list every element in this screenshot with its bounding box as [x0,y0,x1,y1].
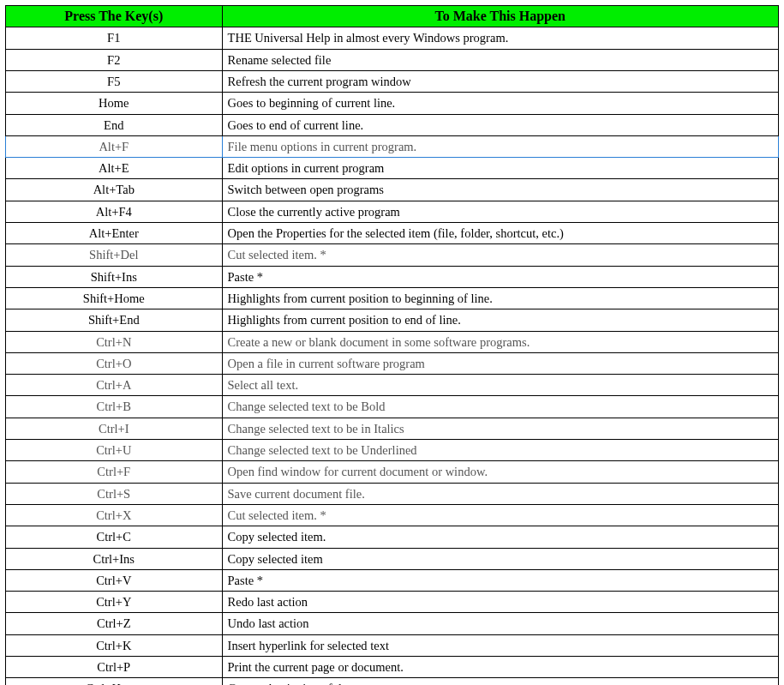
desc-cell: Cut selected item. * [222,504,778,526]
desc-cell: Paste * [222,266,778,287]
table-row: Ctrl+KInsert hyperlink for selected text [6,634,779,656]
key-cell: Ctrl+Z [6,613,223,634]
table-row: F1THE Universal Help in almost every Win… [6,27,779,49]
table-row: F2Rename selected file [6,49,779,70]
desc-cell: Highlights from current position to end … [222,309,778,331]
desc-cell: Change selected text to be in Italics [222,418,778,439]
desc-cell: Copy selected item [222,548,778,569]
desc-cell: Copy selected item. [222,526,778,548]
key-cell: Ctrl+Y [6,592,223,613]
desc-cell: Create a new or blank document in some s… [222,331,778,352]
key-cell: Ctrl+V [6,569,223,591]
key-cell: Shift+End [6,309,223,331]
desc-cell: Open the Properties for the selected ite… [222,223,778,244]
key-cell: Shift+Ins [6,266,223,287]
desc-cell: Change selected text to be Bold [222,396,778,418]
desc-cell: Change selected text to be Underlined [222,440,778,461]
table-row: Ctrl+UChange selected text to be Underli… [6,440,779,461]
desc-cell: Paste * [222,569,778,591]
table-row: Ctrl+OOpen a file in current software pr… [6,352,779,374]
table-row: EndGoes to end of current line. [6,114,779,135]
desc-cell: THE Universal Help in almost every Windo… [222,27,778,49]
desc-cell: Goes to end of current line. [222,114,778,135]
key-cell: F2 [6,49,223,70]
desc-cell: Goes to beginning of document. [222,678,778,685]
desc-cell: Select all text. [222,375,778,396]
table-row: Alt+FFile menu options in current progra… [6,135,779,157]
table-row: Shift+InsPaste * [6,266,779,287]
table-row: Shift+DelCut selected item. * [6,244,779,266]
key-cell: Ctrl+I [6,418,223,439]
key-cell: Ctrl+X [6,504,223,526]
table-row: Shift+HomeHighlights from current positi… [6,287,779,309]
desc-cell: Undo last action [222,613,778,634]
table-row: Shift+EndHighlights from current positio… [6,309,779,331]
key-cell: Alt+F4 [6,201,223,222]
table-row: Alt+F4Close the currently active program [6,201,779,222]
desc-cell: Goes to beginning of current line. [222,93,778,114]
desc-cell: Refresh the current program window [222,70,778,92]
table-row: Ctrl+FOpen find window for current docum… [6,461,779,483]
desc-cell: Edit options in current program [222,158,778,179]
key-cell: Ctrl+U [6,440,223,461]
table-row: F5Refresh the current program window [6,70,779,92]
table-row: Ctrl+XCut selected item. * [6,504,779,526]
shortcut-table: Press The Key(s) To Make This Happen F1T… [5,5,779,685]
table-row: Ctrl+YRedo last action [6,592,779,613]
desc-cell: Cut selected item. * [222,244,778,266]
key-cell: Ctrl+Home [6,678,223,685]
table-header-row: Press The Key(s) To Make This Happen [6,6,779,27]
table-row: Ctrl+BChange selected text to be Bold [6,396,779,418]
table-row: HomeGoes to beginning of current line. [6,93,779,114]
desc-cell: File menu options in current program. [222,135,778,157]
desc-cell: Close the currently active program [222,201,778,222]
header-desc: To Make This Happen [222,6,778,27]
table-row: Ctrl+SSave current document file. [6,483,779,504]
key-cell: Ctrl+A [6,375,223,396]
desc-cell: Open a file in current software program [222,352,778,374]
table-row: Ctrl+InsCopy selected item [6,548,779,569]
table-row: Ctrl+ZUndo last action [6,613,779,634]
header-key: Press The Key(s) [6,6,223,27]
table-row: Alt+TabSwitch between open programs [6,179,779,201]
table-row: Ctrl+VPaste * [6,569,779,591]
key-cell: Alt+E [6,158,223,179]
desc-cell: Redo last action [222,592,778,613]
table-row: Ctrl+PPrint the current page or document… [6,657,779,678]
desc-cell: Insert hyperlink for selected text [222,634,778,656]
desc-cell: Open find window for current document or… [222,461,778,483]
key-cell: Ctrl+N [6,331,223,352]
desc-cell: Print the current page or document. [222,657,778,678]
table-row: Alt+EEdit options in current program [6,158,779,179]
key-cell: Home [6,93,223,114]
table-row: Alt+EnterOpen the Properties for the sel… [6,223,779,244]
key-cell: Ctrl+C [6,526,223,548]
table-row: Ctrl+NCreate a new or blank document in … [6,331,779,352]
key-cell: Ctrl+P [6,657,223,678]
key-cell: F1 [6,27,223,49]
table-row: Ctrl+IChange selected text to be in Ital… [6,418,779,439]
desc-cell: Switch between open programs [222,179,778,201]
table-row: Ctrl+HomeGoes to beginning of document. [6,678,779,685]
key-cell: F5 [6,70,223,92]
key-cell: Alt+Enter [6,223,223,244]
key-cell: Ctrl+B [6,396,223,418]
key-cell: Shift+Del [6,244,223,266]
table-row: Ctrl+CCopy selected item. [6,526,779,548]
key-cell: Ctrl+O [6,352,223,374]
desc-cell: Highlights from current position to begi… [222,287,778,309]
key-cell: End [6,114,223,135]
key-cell: Shift+Home [6,287,223,309]
table-row: Ctrl+ASelect all text. [6,375,779,396]
desc-cell: Save current document file. [222,483,778,504]
key-cell: Alt+Tab [6,179,223,201]
key-cell: Ctrl+Ins [6,548,223,569]
key-cell: Ctrl+S [6,483,223,504]
key-cell: Ctrl+K [6,634,223,656]
key-cell: Ctrl+F [6,461,223,483]
desc-cell: Rename selected file [222,49,778,70]
key-cell: Alt+F [6,135,223,157]
